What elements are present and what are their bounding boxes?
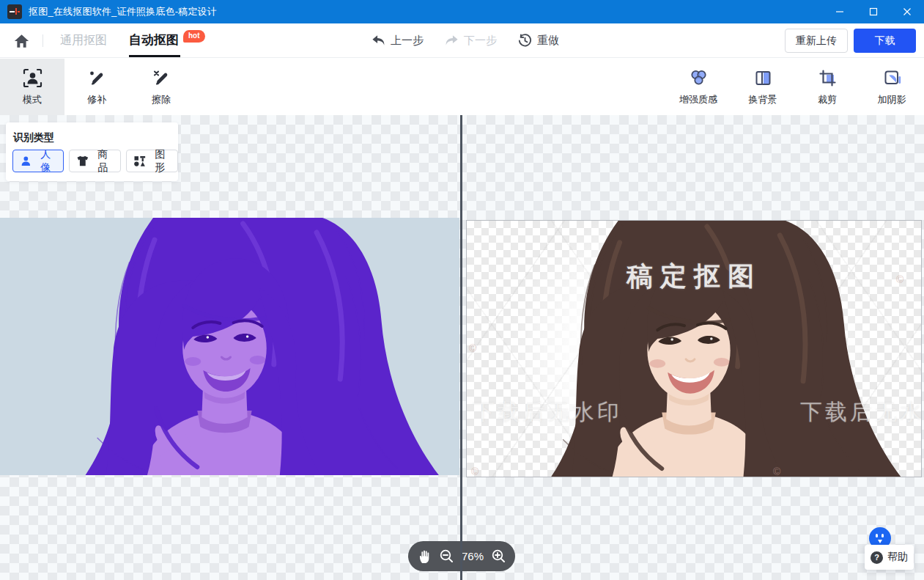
copyright-mark: © bbox=[896, 274, 903, 285]
type-portrait-label: 人像 bbox=[36, 148, 56, 175]
square-shadow-icon bbox=[882, 68, 902, 88]
magnifier-plus-icon bbox=[491, 548, 506, 564]
app-icon bbox=[7, 4, 22, 19]
undo-label: 上一步 bbox=[391, 34, 424, 48]
hand-icon bbox=[417, 548, 432, 564]
recognition-type-title: 识别类型 bbox=[13, 131, 54, 144]
type-product-label: 商品 bbox=[93, 148, 113, 175]
compare-divider[interactable] bbox=[460, 115, 462, 580]
tab-general-cutout[interactable]: 通用抠图 bbox=[60, 23, 107, 57]
tool-mode[interactable]: 模式 bbox=[0, 59, 64, 115]
recognition-type-panel: 识别类型 人像 商品 bbox=[6, 122, 178, 181]
type-product-button[interactable]: 商品 bbox=[69, 150, 121, 172]
tool-erase[interactable]: 擦除 bbox=[129, 59, 193, 115]
undo-button[interactable]: 上一步 bbox=[371, 33, 424, 48]
watermark-main: 稿定抠图 bbox=[627, 259, 761, 295]
window-controls bbox=[823, 0, 924, 23]
t-shirt-icon bbox=[77, 155, 89, 166]
three-circles-icon bbox=[689, 68, 709, 88]
brush-dot-icon bbox=[87, 68, 107, 88]
nav-divider bbox=[42, 34, 43, 47]
tab-auto-cutout[interactable]: 自动抠图 hot bbox=[129, 23, 179, 57]
navbar: 通用抠图 自动抠图 hot 上一步 下一步 bbox=[0, 23, 924, 58]
person-in-frame-icon bbox=[23, 68, 42, 88]
zoom-out-button[interactable] bbox=[439, 548, 454, 564]
history-controls: 上一步 下一步 重做 bbox=[371, 23, 559, 57]
redo-button[interactable]: 下一步 bbox=[444, 33, 497, 48]
home-button[interactable] bbox=[13, 33, 29, 49]
tool-change-background-label: 换背景 bbox=[749, 93, 777, 106]
brush-x-icon bbox=[152, 68, 171, 88]
close-button[interactable] bbox=[890, 0, 924, 23]
tool-mode-label: 模式 bbox=[23, 93, 42, 106]
person-icon bbox=[21, 155, 32, 166]
tool-repair-label: 修补 bbox=[87, 93, 106, 106]
shapes-icon bbox=[134, 155, 146, 166]
crop-icon bbox=[818, 68, 838, 88]
reupload-button[interactable]: 重新上传 bbox=[785, 29, 848, 53]
window-title: 抠图_在线抠图软件_证件照换底色-稿定设计 bbox=[29, 5, 217, 18]
undo-icon bbox=[371, 33, 386, 48]
watermark-sub-2: 下载后无水印 bbox=[800, 397, 922, 427]
tool-change-background[interactable]: 换背景 bbox=[731, 59, 795, 115]
close-icon bbox=[903, 7, 912, 16]
tool-enhance[interactable]: 增强质感 bbox=[666, 59, 731, 115]
active-tab-underline bbox=[129, 55, 180, 57]
redo-all-button[interactable]: 重做 bbox=[517, 33, 559, 48]
split-rectangle-icon bbox=[753, 68, 773, 88]
maximize-button[interactable] bbox=[857, 0, 890, 23]
copyright-mark: © bbox=[471, 466, 478, 477]
help-button[interactable]: ? 帮助 bbox=[865, 545, 914, 570]
copyright-mark: © bbox=[773, 466, 780, 477]
type-graphic-label: 图形 bbox=[150, 148, 170, 175]
zoom-in-button[interactable] bbox=[491, 548, 506, 564]
tool-repair[interactable]: 修补 bbox=[64, 59, 129, 115]
copyright-mark: © bbox=[469, 342, 476, 354]
redo-all-label: 重做 bbox=[537, 34, 559, 48]
titlebar: 抠图_在线抠图软件_证件照换底色-稿定设计 bbox=[0, 0, 924, 23]
tool-add-shadow[interactable]: 加阴影 bbox=[860, 59, 924, 115]
hot-badge: hot bbox=[183, 30, 205, 43]
zoom-level: 76% bbox=[462, 550, 484, 562]
tool-add-shadow-label: 加阴影 bbox=[878, 93, 906, 106]
redo-icon bbox=[444, 33, 459, 48]
tool-enhance-label: 增强质感 bbox=[679, 93, 717, 106]
question-icon: ? bbox=[871, 551, 883, 564]
type-portrait-button[interactable]: 人像 bbox=[12, 150, 64, 172]
minimize-button[interactable] bbox=[823, 0, 857, 23]
help-label: 帮助 bbox=[887, 551, 908, 564]
type-graphic-button[interactable]: 图形 bbox=[126, 150, 178, 172]
original-image-masked[interactable] bbox=[0, 218, 459, 475]
magnifier-minus-icon bbox=[439, 548, 454, 564]
recognition-type-options: 人像 商品 图形 bbox=[12, 150, 178, 172]
maximize-icon bbox=[869, 7, 878, 16]
toolbar-left-group: 模式 修补 擦除 bbox=[0, 59, 193, 115]
home-icon bbox=[14, 34, 29, 48]
pan-tool-button[interactable] bbox=[417, 548, 432, 564]
toolbar-right-group: 增强质感 换背景 裁剪 bbox=[666, 59, 924, 115]
copyright-mark: © bbox=[676, 266, 683, 278]
canvas-area[interactable]: 稿定抠图 下载后无水印 下载后无水印 © © © © © 识别类型 人像 bbox=[0, 115, 924, 580]
tool-crop[interactable]: 裁剪 bbox=[795, 59, 860, 115]
masked-portrait-image bbox=[0, 218, 459, 475]
history-clock-icon bbox=[517, 33, 533, 48]
cutout-result-image[interactable]: 稿定抠图 下载后无水印 下载后无水印 © © © © © bbox=[466, 220, 922, 477]
tool-crop-label: 裁剪 bbox=[818, 93, 837, 106]
minimize-icon bbox=[835, 7, 844, 16]
download-button[interactable]: 下载 bbox=[854, 29, 916, 53]
toolbar: 模式 修补 擦除 bbox=[0, 59, 924, 115]
tab-auto-label: 自动抠图 bbox=[129, 33, 179, 47]
redo-label: 下一步 bbox=[464, 34, 497, 48]
tool-erase-label: 擦除 bbox=[152, 93, 171, 106]
app-window: 抠图_在线抠图软件_证件照换底色-稿定设计 通用抠图 自动抠图 hot bbox=[0, 0, 924, 580]
watermark-sub: 下载后无水印 bbox=[473, 397, 622, 427]
